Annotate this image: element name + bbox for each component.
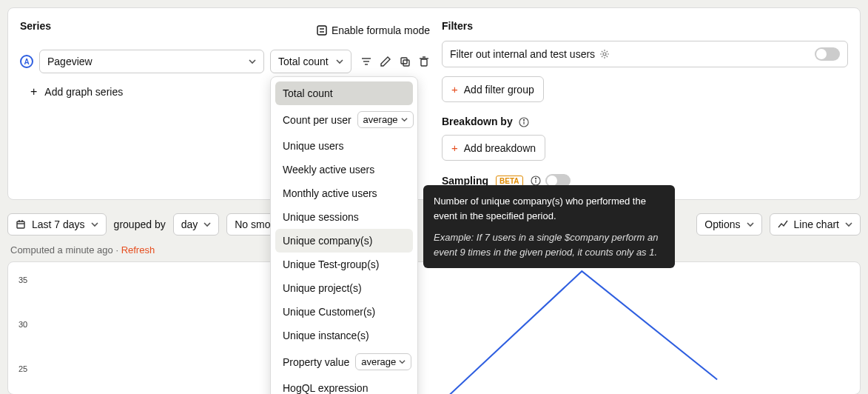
aggregation-option[interactable]: Unique instance(s) — [275, 324, 413, 347]
chevron-down-icon — [91, 221, 98, 228]
chart-type-select[interactable]: Line chart — [770, 213, 861, 236]
plus-icon: + — [30, 85, 37, 98]
chevron-down-icon — [747, 221, 754, 228]
svg-point-14 — [523, 120, 524, 121]
aggregation-option-label: Weekly active users — [283, 164, 374, 176]
aggregation-sub-select[interactable]: average — [355, 353, 411, 370]
aggregation-option[interactable]: Unique Customer(s) — [275, 300, 413, 324]
add-filter-group-label: Add filter group — [464, 84, 534, 96]
series-column: Series Enable formula mode A Pageview To… — [20, 20, 430, 187]
chevron-down-icon — [249, 58, 256, 65]
trash-icon[interactable] — [418, 56, 430, 67]
add-breakdown-button[interactable]: + Add breakdown — [442, 135, 545, 161]
options-select[interactable]: Options — [696, 213, 761, 236]
series-icon-row — [360, 56, 430, 67]
svg-rect-18 — [17, 221, 24, 228]
y-tick: 30 — [18, 320, 27, 329]
aggregation-option-label: Count per user — [283, 114, 351, 126]
copy-icon[interactable] — [399, 56, 411, 67]
internal-test-filter[interactable]: Filter out internal and test users — [442, 41, 848, 67]
svg-rect-7 — [403, 60, 409, 66]
breakdown-label: Breakdown by — [442, 116, 513, 127]
aggregation-dropdown: Total countCount per useraverageUnique u… — [270, 76, 418, 394]
aggregation-tooltip: Number of unique company(s) who performe… — [423, 185, 675, 268]
svg-point-11 — [603, 53, 606, 56]
aggregation-option-label: Unique Test-group(s) — [283, 258, 379, 270]
svg-rect-6 — [401, 58, 407, 64]
chart-type-value: Line chart — [794, 218, 839, 230]
add-series-label: Add graph series — [44, 86, 123, 98]
gear-icon[interactable] — [599, 49, 610, 59]
series-label: Series — [20, 20, 51, 32]
filters-column: Filters Filter out internal and test use… — [442, 20, 848, 187]
series-line — [446, 271, 717, 394]
aggregation-option[interactable]: Unique project(s) — [275, 276, 413, 300]
aggregation-option[interactable]: Weekly active users — [275, 158, 413, 181]
svg-point-17 — [535, 178, 536, 179]
event-select-value: Pageview — [47, 56, 92, 67]
chart-area: 353025 — [7, 261, 861, 394]
series-row: A Pageview Total count Total countCount … — [20, 50, 430, 73]
aggregation-option[interactable]: Unique users — [275, 134, 413, 158]
y-tick: 35 — [18, 276, 27, 284]
aggregation-select-value: Total count — [278, 56, 329, 67]
line-chart-svg — [41, 262, 852, 394]
aggregation-option-label: HogQL expression — [283, 382, 368, 394]
add-filter-group-button[interactable]: + Add filter group — [442, 76, 544, 102]
calendar-icon — [16, 219, 26, 230]
computed-text: Computed a minute ago — [10, 244, 113, 256]
aggregation-option[interactable]: Monthly active users — [275, 181, 413, 205]
aggregation-option[interactable]: Unique company(s) — [275, 229, 413, 253]
tooltip-example: Example: If 7 users in a single $company… — [434, 230, 665, 259]
formula-mode-label: Enable formula mode — [332, 24, 430, 36]
aggregation-option[interactable]: HogQL expression — [275, 376, 413, 394]
event-select[interactable]: Pageview — [39, 50, 264, 73]
svg-rect-8 — [421, 59, 427, 66]
aggregation-option[interactable]: Unique sessions — [275, 205, 413, 229]
config-panel: Series Enable formula mode A Pageview To… — [7, 7, 861, 200]
aggregation-select[interactable]: Total count — [270, 50, 351, 73]
internal-test-filter-toggle[interactable] — [815, 47, 840, 61]
aggregation-option-label: Unique instance(s) — [283, 330, 369, 341]
line-chart-icon — [778, 219, 788, 230]
interval-value: day — [181, 218, 198, 230]
date-range-select[interactable]: Last 7 days — [7, 213, 107, 236]
breakdown-section: Breakdown by + Add breakdown — [442, 116, 848, 161]
info-icon[interactable] — [519, 117, 529, 127]
aggregation-option-label: Total count — [283, 87, 333, 99]
filter-icon[interactable] — [360, 56, 372, 67]
filters-label: Filters — [442, 20, 848, 32]
aggregation-option[interactable]: Total count — [275, 81, 413, 105]
plus-icon: + — [451, 141, 458, 154]
aggregation-option-label: Monthly active users — [283, 187, 377, 199]
internal-test-filter-label: Filter out internal and test users — [450, 48, 595, 60]
chevron-down-icon — [203, 221, 211, 228]
chevron-down-icon — [845, 221, 852, 228]
svg-rect-0 — [317, 26, 326, 35]
aggregation-option[interactable]: Unique Test-group(s) — [275, 253, 413, 276]
date-range-value: Last 7 days — [32, 218, 85, 230]
aggregation-option[interactable]: Count per useraverage — [275, 105, 413, 134]
add-breakdown-label: Add breakdown — [464, 142, 536, 154]
chevron-down-icon — [336, 58, 343, 65]
aggregation-option-label: Unique users — [283, 140, 344, 152]
grouped-by-label: grouped by — [114, 218, 166, 230]
plus-icon: + — [451, 83, 458, 96]
enable-formula-mode-button[interactable]: Enable formula mode — [317, 24, 430, 36]
aggregation-sub-select[interactable]: average — [357, 111, 414, 128]
separator: · — [115, 244, 118, 256]
aggregation-option[interactable]: Property valueaverage — [275, 347, 413, 376]
y-tick: 25 — [18, 364, 27, 373]
aggregation-option-label: Unique sessions — [283, 211, 359, 223]
edit-icon[interactable] — [380, 56, 391, 67]
aggregation-option-label: Unique Customer(s) — [283, 306, 375, 318]
aggregation-option-label: Unique company(s) — [283, 235, 372, 247]
series-badge: A — [20, 55, 33, 68]
refresh-link[interactable]: Refresh — [121, 244, 155, 256]
formula-icon — [317, 25, 327, 36]
aggregation-option-label: Unique project(s) — [283, 282, 362, 294]
options-label: Options — [704, 218, 740, 230]
tooltip-body: Number of unique company(s) who performe… — [434, 194, 665, 223]
aggregation-option-label: Property value — [283, 356, 349, 368]
interval-select[interactable]: day — [173, 213, 220, 236]
